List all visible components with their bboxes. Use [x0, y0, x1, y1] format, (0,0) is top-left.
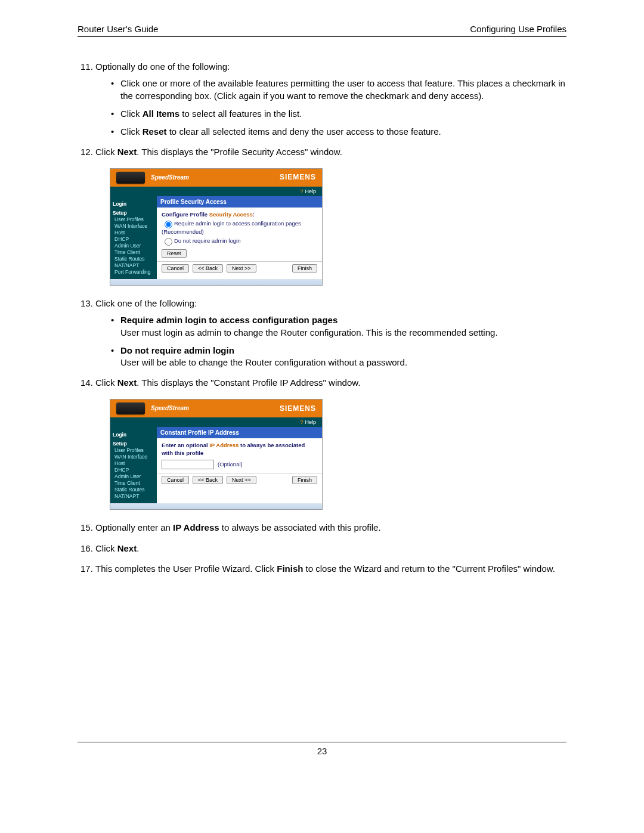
radio-no-admin[interactable]: Do not require admin login [162, 236, 317, 246]
header-left: Router User's Guide [78, 24, 158, 34]
nav-item[interactable]: Admin User [113, 473, 154, 480]
help-icon: ? [300, 188, 303, 194]
wizard-buttons: Cancel << Back Next >> Finish [157, 261, 322, 275]
step-11-bullet-2: Click All Items to select all features i… [111, 108, 566, 120]
reset-button[interactable]: Reset [162, 249, 187, 258]
nav-item[interactable]: WAN Interface [113, 454, 154, 460]
step-15: Optionally enter an IP Address to always… [95, 522, 566, 534]
help-icon: ? [300, 419, 303, 425]
nav-item[interactable]: User Profiles [113, 216, 154, 223]
vendor-label: SIEMENS [280, 404, 316, 413]
nav-item[interactable]: Host [113, 230, 154, 236]
ip-address-input[interactable] [162, 460, 214, 469]
header-right: Configuring Use Profiles [470, 24, 566, 34]
nav-item[interactable]: DHCP [113, 467, 154, 473]
back-button[interactable]: << Back [193, 264, 223, 272]
step-14: Click Next. This displays the "Constant … [95, 377, 566, 510]
finish-button[interactable]: Finish [292, 476, 317, 484]
nav-item[interactable]: Static Routes [113, 487, 154, 493]
panel-title: Profile Security Access [157, 196, 322, 208]
wizard-buttons: Cancel << Back Next >> Finish [157, 473, 322, 487]
ss2-sidebar: Login Setup User Profiles WAN Interface … [110, 427, 157, 503]
nav-item[interactable]: NAT/NAPT [113, 262, 154, 269]
screenshot-constant-profile-ip: SpeedStream SIEMENS ?Help Login Setup Us… [110, 399, 566, 510]
ss1-topbar: SpeedStream SIEMENS [110, 169, 322, 187]
ss1-sidebar: Login Setup User Profiles WAN Interface … [110, 196, 157, 280]
router-image-icon [116, 402, 145, 414]
back-button[interactable]: << Back [193, 476, 223, 484]
nav-item[interactable]: Admin User [113, 243, 154, 249]
nav-item[interactable]: DHCP [113, 236, 154, 243]
ip-instruction: Enter an optional IP Address to always b… [162, 442, 317, 457]
page-header: Router User's Guide Configuring Use Prof… [78, 24, 566, 37]
step-11-text: Optionally do one of the following: [95, 61, 230, 72]
finish-button[interactable]: Finish [292, 264, 317, 272]
step-16: Click Next. [95, 543, 566, 555]
radio-no-admin-input[interactable] [165, 238, 172, 246]
step-13: Click one of the following: Require admi… [95, 298, 566, 368]
step-11: Optionally do one of the following: Clic… [95, 61, 566, 138]
page-footer: 23 [78, 742, 566, 756]
next-button[interactable]: Next >> [227, 476, 256, 484]
radio-require-admin[interactable]: Require admin login to access configurat… [162, 219, 317, 228]
ss1-help-bar: ?Help [110, 187, 322, 196]
vendor-label: SIEMENS [280, 172, 316, 182]
nav-setup[interactable]: Setup [113, 210, 154, 216]
step-13-bullet-1: Require admin login to access configurat… [111, 314, 566, 339]
step-13-bullet-2: Do not require admin login User will be … [111, 345, 566, 369]
step-11-bullet-1: Click one or more of the available featu… [111, 78, 566, 102]
cancel-button[interactable]: Cancel [162, 476, 189, 484]
ss2-help-bar: ?Help [110, 417, 322, 427]
scrollbar[interactable] [110, 503, 322, 509]
config-label: Configure Profile Security Access: [162, 211, 317, 219]
nav-item[interactable]: WAN Interface [113, 223, 154, 230]
nav-item[interactable]: Static Routes [113, 256, 154, 262]
nav-item[interactable]: User Profiles [113, 447, 154, 454]
step-17: This completes the User Profile Wizard. … [95, 563, 566, 575]
nav-item[interactable]: Host [113, 460, 154, 467]
step-11-bullet-3: Click Reset to clear all selected items … [111, 126, 566, 138]
optional-label: (Optional) [218, 461, 243, 469]
help-link[interactable]: Help [305, 188, 316, 194]
step-list: Optionally do one of the following: Clic… [78, 61, 566, 575]
brand-label: SpeedStream [151, 404, 189, 413]
screenshot-profile-security-access: SpeedStream SIEMENS ?Help Login Setup Us… [110, 168, 566, 286]
ss2-topbar: SpeedStream SIEMENS [110, 400, 322, 417]
nav-item[interactable]: NAT/NAPT [113, 493, 154, 500]
nav-login[interactable]: Login [113, 432, 154, 438]
cancel-button[interactable]: Cancel [162, 264, 189, 272]
page-number: 23 [317, 746, 327, 756]
step-13-text: Click one of the following: [95, 298, 197, 308]
nav-login[interactable]: Login [113, 201, 154, 208]
router-image-icon [116, 172, 145, 184]
nav-item[interactable]: Time Client [113, 249, 154, 256]
help-link[interactable]: Help [305, 419, 316, 425]
scrollbar[interactable] [110, 279, 322, 285]
step-12: Click Next. This displays the "Profile S… [95, 146, 566, 286]
nav-item[interactable]: Time Client [113, 480, 154, 487]
nav-setup[interactable]: Setup [113, 441, 154, 447]
nav-item[interactable]: Port Forwarding [113, 269, 154, 275]
recommended-text: (Recommended) [162, 228, 317, 236]
radio-require-admin-input[interactable] [165, 221, 172, 228]
next-button[interactable]: Next >> [227, 264, 256, 272]
brand-label: SpeedStream [151, 174, 189, 182]
panel-title: Constant Profile IP Address [157, 427, 322, 439]
